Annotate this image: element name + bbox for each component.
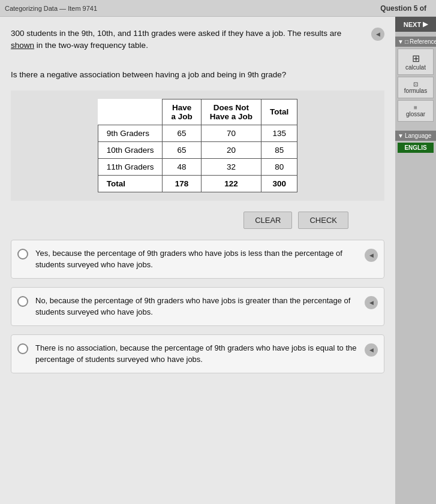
frequency-table: Havea Job Does NotHave a Job Total 9th G… bbox=[98, 99, 298, 192]
table-cell-11th-label: 11th Graders bbox=[98, 158, 163, 175]
page-title: Categorizing Data — Item 9741 bbox=[5, 5, 97, 12]
calculator-button[interactable]: ⊞ calculat bbox=[398, 49, 434, 75]
reference-header[interactable]: ▼ □ Reference bbox=[395, 37, 436, 47]
table-cell-10th-total: 85 bbox=[261, 141, 297, 158]
radio-button-a[interactable] bbox=[17, 249, 28, 259]
table-header-total: Total bbox=[261, 99, 297, 125]
question-indicator: Question 5 of bbox=[380, 4, 426, 13]
question-audio-button[interactable] bbox=[371, 28, 384, 41]
language-section: ▼ Language ENGLIS bbox=[395, 131, 436, 155]
table-cell-9th-nojob: 70 bbox=[201, 125, 261, 141]
question-text-part2: in the two-way frequency table. bbox=[34, 41, 148, 50]
reference-label: Reference bbox=[410, 38, 436, 45]
table-cell-11th-total: 80 bbox=[261, 158, 297, 175]
table-cell-10th-label: 10th Graders bbox=[98, 141, 163, 158]
answer-audio-button-c[interactable] bbox=[365, 343, 378, 357]
reference-section: ▼ □ Reference ⊞ calculat ⊡ formulas ≡ gl… bbox=[395, 37, 436, 123]
answer-option-a[interactable]: Yes, because the percentage of 9th grade… bbox=[11, 240, 384, 279]
table-cell-11th-nojob: 32 bbox=[201, 158, 261, 175]
table-header-empty bbox=[98, 99, 163, 125]
table-cell-10th-job: 65 bbox=[163, 141, 201, 158]
table-row: 10th Graders 65 20 85 bbox=[98, 141, 297, 158]
question-text-link[interactable]: shown bbox=[11, 41, 34, 50]
table-cell-10th-nojob: 20 bbox=[201, 141, 261, 158]
formula-button[interactable]: ⊡ formulas bbox=[398, 77, 434, 98]
formula-label: formulas bbox=[401, 87, 431, 94]
answer-option-b[interactable]: No, because the percentage of 9th grader… bbox=[11, 287, 384, 326]
language-header[interactable]: ▼ Language bbox=[395, 131, 436, 141]
table-row-total: Total 178 122 300 bbox=[98, 175, 297, 192]
calculator-label: calculat bbox=[401, 64, 431, 71]
answer-text-b: No, because the percentage of 9th grader… bbox=[35, 295, 360, 318]
table-cell-9th-total: 135 bbox=[261, 125, 297, 141]
language-label: Language bbox=[405, 132, 432, 139]
table-cell-9th-label: 9th Graders bbox=[98, 125, 163, 141]
glossary-label: glossar bbox=[401, 111, 431, 117]
table-cell-9th-job: 65 bbox=[163, 125, 201, 141]
question-text-part1: 300 students in the 9th, 10th, and 11th … bbox=[11, 29, 341, 38]
table-cell-total-total: 300 bbox=[261, 175, 297, 192]
table-cell-total-job: 178 bbox=[163, 175, 201, 192]
sub-question-text: Is there a negative association between … bbox=[11, 69, 384, 81]
answer-text-a: Yes, because the percentage of 9th grade… bbox=[35, 248, 360, 271]
clear-button[interactable]: CLEAR bbox=[243, 212, 292, 229]
english-language-button[interactable]: ENGLIS bbox=[398, 143, 434, 153]
table-row: 9th Graders 65 70 135 bbox=[98, 125, 297, 141]
radio-button-b[interactable] bbox=[17, 296, 28, 307]
table-header-have-job: Havea Job bbox=[163, 99, 201, 125]
reference-icon: □ bbox=[405, 38, 408, 45]
action-buttons-row: CLEAR CHECK bbox=[11, 212, 384, 229]
table-cell-total-nojob: 122 bbox=[201, 175, 261, 192]
answer-option-c[interactable]: There is no association, because the per… bbox=[11, 334, 384, 373]
table-cell-11th-job: 48 bbox=[163, 158, 201, 175]
answer-audio-button-a[interactable] bbox=[365, 249, 378, 262]
frequency-table-container: Havea Job Does NotHave a Job Total 9th G… bbox=[11, 90, 384, 201]
question-text: 300 students in the 9th, 10th, and 11th … bbox=[11, 28, 366, 52]
formula-icon: ⊡ bbox=[401, 81, 431, 87]
answer-audio-button-b[interactable] bbox=[365, 296, 378, 309]
table-header-does-not: Does NotHave a Job bbox=[201, 99, 261, 125]
chevron-down-icon-lang: ▼ bbox=[398, 132, 404, 139]
content-area: 300 students in the 9th, 10th, and 11th … bbox=[0, 17, 395, 504]
glossary-icon: ≡ bbox=[401, 104, 431, 111]
table-row: 11th Graders 48 32 80 bbox=[98, 158, 297, 175]
right-sidebar: NEXT ▶ ▼ □ Reference ⊞ calculat ⊡ formul… bbox=[395, 17, 436, 504]
check-button[interactable]: CHECK bbox=[298, 212, 348, 229]
answer-text-c: There is no association, because the per… bbox=[35, 342, 360, 366]
chevron-down-icon: ▼ bbox=[398, 38, 404, 45]
radio-button-c[interactable] bbox=[17, 343, 28, 354]
calculator-icon: ⊞ bbox=[401, 53, 431, 64]
glossary-button[interactable]: ≡ glossar bbox=[398, 100, 434, 122]
next-arrow-icon: ▶ bbox=[423, 20, 428, 28]
next-button[interactable]: NEXT ▶ bbox=[395, 17, 436, 32]
table-cell-total-label: Total bbox=[98, 175, 163, 192]
